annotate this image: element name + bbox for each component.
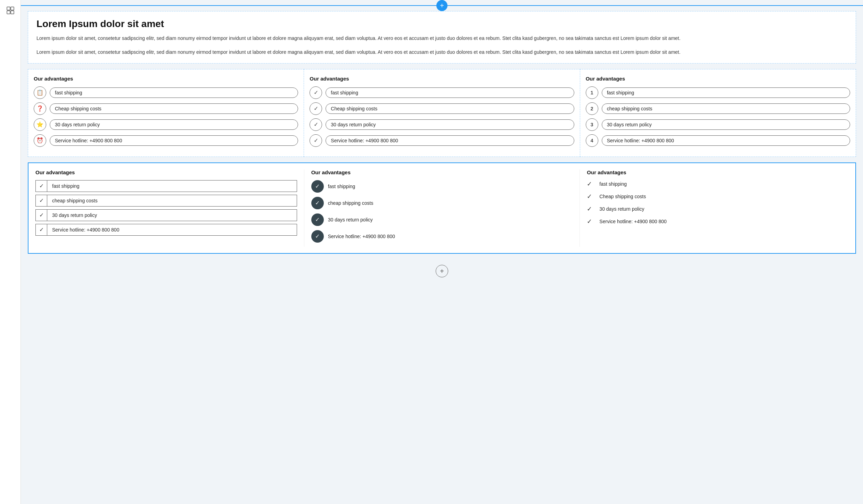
- add-section-top-button[interactable]: +: [436, 0, 447, 11]
- filled-check-icon: ✓: [311, 197, 324, 209]
- book-icon: 📋: [34, 86, 46, 99]
- advantages-list-5: ✓ fast shipping ✓ cheap shipping costs ✓…: [311, 180, 573, 243]
- advantages-list-4: ✓ fast shipping ✓ cheap shipping costs ✓…: [35, 180, 297, 236]
- list-item: ✓ 30 days return policy: [311, 213, 573, 226]
- filled-check-icon: ✓: [311, 213, 324, 226]
- number-1-icon: 1: [586, 86, 598, 99]
- svg-rect-0: [7, 7, 10, 10]
- advantages-card-2-title: Our advantages: [310, 76, 574, 82]
- list-item: ✓ fast shipping: [311, 180, 573, 193]
- item-label: fast shipping: [47, 180, 297, 192]
- question-icon: ❓: [34, 102, 46, 115]
- item-label: fast shipping: [328, 184, 355, 189]
- item-label: fast shipping: [50, 87, 298, 98]
- checkbox-icon: ✓: [35, 180, 47, 192]
- advantages-bottom-col-1: Our advantages ✓ fast shipping ✓ cheap s…: [28, 169, 304, 247]
- item-label: fast shipping: [326, 87, 574, 98]
- list-item: ✓ Service hotline: +4900 800 800: [587, 218, 848, 225]
- list-item: ✓ Cheap shipping costs: [587, 193, 848, 200]
- number-4-icon: 4: [586, 134, 598, 147]
- number-3-icon: 3: [586, 118, 598, 131]
- list-item: 1 fast shipping: [586, 86, 850, 99]
- advantages-list-3: 1 fast shipping 2 cheap shipping costs 3…: [586, 86, 850, 147]
- advantages-card-2: Our advantages ✓ fast shipping ✓ Cheap s…: [304, 69, 580, 157]
- check-icon: ✓: [310, 134, 322, 147]
- list-item: ✓ fast shipping: [310, 86, 574, 99]
- number-2-icon: 2: [586, 102, 598, 115]
- item-label: fast shipping: [599, 181, 627, 187]
- clock-icon: ⏰: [34, 134, 46, 147]
- list-item: ❓ Cheap shipping costs: [34, 102, 298, 115]
- item-label: Cheap shipping costs: [599, 194, 646, 199]
- advantages-list-1: 📋 fast shipping ❓ Cheap shipping costs ⭐…: [34, 86, 298, 147]
- checkbox-icon: ✓: [35, 224, 47, 236]
- main-content: + Lorem Ipsum dolor sit amet Lorem ipsum…: [21, 0, 863, 504]
- advantages-bottom-col-1-title: Our advantages: [35, 169, 297, 175]
- list-item: 2 cheap shipping costs: [586, 102, 850, 115]
- item-label: 30 days return policy: [326, 119, 574, 130]
- paragraph-2: Lorem ipsum dolor sit amet, consetetur s…: [36, 48, 847, 56]
- item-label: 30 days return policy: [328, 217, 373, 222]
- text-block: Lorem Ipsum dolor sit amet Lorem ipsum d…: [28, 11, 856, 64]
- item-label: 30 days return policy: [599, 206, 644, 212]
- list-item: ✓ cheap shipping costs: [35, 195, 297, 207]
- list-item: ✓ Service hotline: +4900 800 800: [35, 224, 297, 236]
- item-label: Service hotline: +4900 800 800: [602, 135, 850, 146]
- svg-rect-1: [11, 7, 14, 10]
- list-item: ✓ 30 days return policy: [35, 209, 297, 221]
- svg-rect-3: [11, 11, 14, 14]
- advantages-top-row: Our advantages 📋 fast shipping ❓ Cheap s…: [28, 69, 856, 157]
- list-item: ✓ 30 days return policy: [310, 118, 574, 131]
- advantages-list-6: ✓ fast shipping ✓ Cheap shipping costs ✓…: [587, 180, 848, 225]
- list-item: ✓ fast shipping: [35, 180, 297, 192]
- item-label: Service hotline: +4900 800 800: [47, 224, 297, 236]
- item-label: 30 days return policy: [47, 209, 297, 221]
- list-item: 📋 fast shipping: [34, 86, 298, 99]
- item-label: Cheap shipping costs: [326, 103, 574, 114]
- page-wrapper: + Lorem Ipsum dolor sit amet Lorem ipsum…: [0, 0, 863, 504]
- check-icon: ✓: [310, 118, 322, 131]
- advantages-card-3: Our advantages 1 fast shipping 2 cheap s…: [580, 69, 856, 157]
- list-item: ⭐ 30 days return policy: [34, 118, 298, 131]
- item-label: Service hotline: +4900 800 800: [599, 219, 666, 224]
- list-item: 3 30 days return policy: [586, 118, 850, 131]
- sidebar: [0, 0, 21, 504]
- filled-check-icon: ✓: [311, 230, 324, 243]
- advantages-card-1-title: Our advantages: [34, 76, 298, 82]
- item-label: 30 days return policy: [50, 119, 298, 130]
- item-label: Cheap shipping costs: [50, 103, 298, 114]
- check-icon: ✓: [310, 86, 322, 99]
- star-icon: ⭐: [34, 118, 46, 131]
- add-row-top: +: [21, 0, 863, 11]
- advantages-bottom-block: Our advantages ✓ fast shipping ✓ cheap s…: [28, 162, 856, 254]
- list-item: ✓ fast shipping: [587, 180, 848, 188]
- add-row-bottom: +: [21, 259, 863, 283]
- list-item: ⏰ Service hotline: +4900 800 800: [34, 134, 298, 147]
- sidebar-layout-icon[interactable]: [4, 4, 17, 17]
- checkbox-icon: ✓: [35, 195, 47, 207]
- checkmark-icon: ✓: [587, 193, 595, 200]
- advantages-bottom-col-3: Our advantages ✓ fast shipping ✓ Cheap s…: [580, 169, 855, 247]
- item-label: cheap shipping costs: [47, 195, 297, 207]
- list-item: ✓ 30 days return policy: [587, 205, 848, 213]
- checkmark-icon: ✓: [587, 180, 595, 188]
- item-label: 30 days return policy: [602, 119, 850, 130]
- list-item: ✓ Cheap shipping costs: [310, 102, 574, 115]
- checkmark-icon: ✓: [587, 218, 595, 225]
- item-label: Service hotline: +4900 800 800: [50, 135, 298, 146]
- advantages-bottom-col-2-title: Our advantages: [311, 169, 573, 175]
- add-section-bottom-button[interactable]: +: [436, 265, 448, 277]
- advantages-card-1: Our advantages 📋 fast shipping ❓ Cheap s…: [28, 69, 304, 157]
- list-item: ✓ Service hotline: +4900 800 800: [311, 230, 573, 243]
- item-label: Service hotline: +4900 800 800: [326, 135, 574, 146]
- list-item: 4 Service hotline: +4900 800 800: [586, 134, 850, 147]
- list-item: ✓ cheap shipping costs: [311, 197, 573, 209]
- advantages-bottom-col-2: Our advantages ✓ fast shipping ✓ cheap s…: [304, 169, 580, 247]
- item-label: Service hotline: +4900 800 800: [328, 234, 395, 239]
- svg-rect-2: [7, 11, 10, 14]
- list-item: ✓ Service hotline: +4900 800 800: [310, 134, 574, 147]
- paragraph-1: Lorem ipsum dolor sit amet, consetetur s…: [36, 34, 847, 42]
- advantages-list-2: ✓ fast shipping ✓ Cheap shipping costs ✓…: [310, 86, 574, 147]
- item-label: cheap shipping costs: [328, 200, 373, 206]
- item-label: cheap shipping costs: [602, 103, 850, 114]
